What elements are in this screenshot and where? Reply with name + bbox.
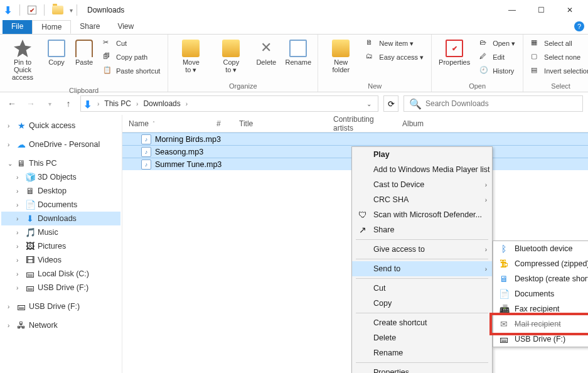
breadcrumb[interactable]: ⬇ › This PC › Downloads › ⌄	[80, 95, 378, 112]
easy-access-icon: 🗂	[366, 52, 376, 62]
tree-network[interactable]: ›🖧Network	[1, 318, 120, 332]
paste-shortcut-icon: 📋	[103, 66, 113, 76]
nav-forward-button[interactable]: →	[24, 97, 38, 111]
delete-button[interactable]: ✕Delete	[252, 37, 280, 68]
tree-usb-drive-2[interactable]: ›🖴USB Drive (F:)	[1, 300, 120, 313]
refresh-button[interactable]: ⟳	[383, 95, 398, 112]
ctx-share[interactable]: ↗Share	[352, 222, 492, 237]
share-icon: ↗	[357, 224, 368, 235]
ribbon-collapse-icon[interactable]: ゝ	[564, 23, 572, 33]
select-none-button[interactable]: ▢Select none	[527, 51, 588, 63]
copy-to-button[interactable]: Copy to ▾	[212, 37, 250, 77]
select-all-icon: ▦	[531, 38, 541, 48]
paste-shortcut-button[interactable]: 📋Paste shortcut	[99, 65, 164, 77]
tab-share[interactable]: Share	[71, 20, 109, 34]
help-icon[interactable]: ?	[574, 21, 584, 31]
edit-button[interactable]: 🖉Edit	[476, 51, 519, 63]
tab-view[interactable]: View	[109, 20, 142, 34]
select-all-button[interactable]: ▦Select all	[527, 37, 588, 50]
sendto-usb-drive[interactable]: 🖴USB Drive (F:)	[493, 332, 588, 347]
ctx-add-wmp[interactable]: Add to Windows Media Player list	[352, 162, 492, 177]
tree-videos[interactable]: ›🎞Videos	[1, 253, 120, 267]
tree-desktop[interactable]: ›🖥Desktop	[1, 184, 120, 198]
sendto-mail[interactable]: ✉Mail recipient	[493, 316, 588, 332]
ctx-create-shortcut[interactable]: Create shortcut	[352, 315, 492, 330]
tree-documents[interactable]: ›📄Documents	[1, 198, 120, 212]
copy-path-button[interactable]: 🗐Copy path	[99, 51, 164, 63]
edit-icon: 🖉	[479, 52, 489, 62]
tree-downloads[interactable]: ›⬇Downloads	[1, 212, 120, 225]
col-title[interactable]: Title	[233, 119, 327, 128]
ribbon: Pin to Quick access Copy Paste ✂Cut 🗐Cop…	[0, 35, 588, 92]
sendto-documents[interactable]: 📄Documents	[493, 286, 588, 301]
search-box[interactable]: 🔍	[404, 95, 583, 112]
tree-usb-drive-1[interactable]: ›🖴USB Drive (F:)	[1, 281, 120, 295]
maximize-button[interactable]: ☐	[527, 0, 555, 20]
tab-file[interactable]: File	[3, 20, 32, 34]
ctx-rename[interactable]: Rename	[352, 345, 492, 360]
new-folder-icon	[332, 40, 350, 57]
ctx-give-access[interactable]: Give access to›	[352, 242, 492, 257]
tree-music[interactable]: ›🎵Music	[1, 225, 120, 239]
new-folder-button[interactable]: New folder	[322, 37, 360, 76]
qat-dropdown[interactable]: ▾	[70, 7, 73, 14]
ctx-send-to[interactable]: Send to›	[352, 261, 492, 276]
pin-quick-access-button[interactable]: Pin to Quick access	[4, 37, 41, 84]
ctx-copy[interactable]: Copy	[352, 296, 492, 311]
nav-recent-dropdown[interactable]: ▾	[43, 97, 56, 111]
clipboard-icon	[75, 40, 93, 57]
col-name[interactable]: Name˄	[122, 119, 210, 128]
tree-onedrive[interactable]: ›☁OneDrive - Personal	[1, 138, 120, 151]
tab-home[interactable]: Home	[32, 20, 71, 34]
file-row[interactable]: ♪Morning Birds.mp3	[122, 132, 588, 145]
col-number[interactable]: #	[210, 119, 233, 128]
open-button[interactable]: 🗁Open ▾	[476, 37, 519, 50]
tree-this-pc[interactable]: ⌄🖥This PC	[1, 156, 120, 170]
tree-3d-objects[interactable]: ›🧊3D Objects	[1, 170, 120, 184]
documents-icon: 📄	[498, 288, 510, 300]
ctx-cast[interactable]: Cast to Device›	[352, 177, 492, 192]
close-button[interactable]: ✕	[555, 0, 584, 20]
breadcrumb-this-pc[interactable]: This PC	[102, 98, 134, 109]
ctx-defender[interactable]: 🛡Scan with Microsoft Defender...	[352, 207, 492, 222]
tree-local-disk[interactable]: ›🖴Local Disk (C:)	[1, 267, 120, 281]
ctx-properties[interactable]: Properties	[352, 365, 492, 373]
column-headers: Name˄ # Title Contributing artists Album	[122, 115, 588, 132]
audio-file-icon: ♪	[141, 147, 151, 157]
qat-properties-icon[interactable]: ✔	[28, 6, 36, 14]
col-artist[interactable]: Contributing artists	[327, 115, 396, 132]
audio-file-icon: ♪	[141, 134, 151, 144]
sendto-desktop[interactable]: 🖥Desktop (create shortcut)	[493, 271, 588, 286]
ctx-crc-sha[interactable]: CRC SHA›	[352, 192, 492, 207]
col-album[interactable]: Album	[396, 119, 588, 128]
tree-quick-access[interactable]: ›★Quick access	[1, 119, 120, 132]
sendto-bluetooth[interactable]: ᛒBluetooth device	[493, 241, 588, 256]
rename-button[interactable]: Rename	[282, 37, 314, 68]
breadcrumb-dropdown[interactable]: ⌄	[363, 100, 375, 107]
nav-up-button[interactable]: ↑	[61, 97, 75, 111]
properties-icon: ✔	[446, 40, 463, 57]
breadcrumb-downloads[interactable]: Downloads	[141, 98, 183, 109]
new-item-button[interactable]: 🗎New item ▾	[362, 37, 427, 50]
easy-access-button[interactable]: 🗂Easy access ▾	[362, 51, 427, 63]
ctx-play[interactable]: Play	[352, 147, 492, 162]
ctx-delete[interactable]: Delete	[352, 330, 492, 345]
ctx-cut[interactable]: Cut	[352, 281, 492, 296]
history-button[interactable]: 🕘History	[476, 65, 519, 77]
sendto-zip[interactable]: 🗜Compressed (zipped) folder	[493, 256, 588, 271]
copy-button[interactable]: Copy	[44, 37, 69, 68]
sendto-fax[interactable]: 📠Fax recipient	[493, 301, 588, 316]
nav-back-button[interactable]: ←	[5, 97, 19, 111]
search-input[interactable]	[425, 99, 577, 108]
invert-selection-button[interactable]: ▤Invert selection	[527, 65, 588, 77]
cut-button[interactable]: ✂Cut	[99, 37, 164, 50]
window-title: Downloads	[87, 6, 124, 14]
ribbon-group-clipboard: Pin to Quick access Copy Paste ✂Cut 🗐Cop…	[0, 35, 168, 92]
properties-button[interactable]: ✔Properties	[436, 37, 473, 68]
file-name: Seasong.mp3	[155, 148, 203, 156]
tree-pictures[interactable]: ›🖼Pictures	[1, 239, 120, 253]
paste-button[interactable]: Paste	[72, 37, 97, 68]
folder-icon	[52, 6, 63, 14]
minimize-button[interactable]: —	[498, 0, 527, 20]
move-to-button[interactable]: Move to ▾	[172, 37, 210, 77]
